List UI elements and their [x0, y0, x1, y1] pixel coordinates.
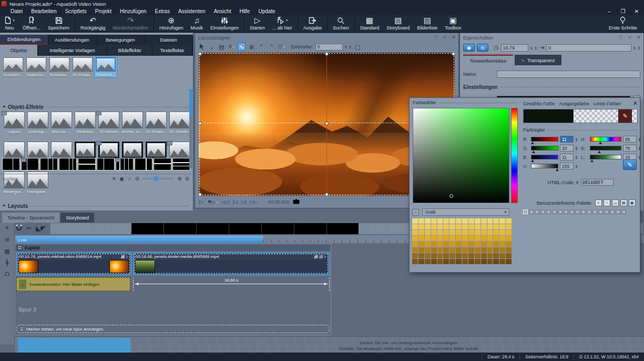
custom-palette-slot[interactable]: [575, 209, 580, 214]
layout-thumbnail[interactable]: −: [21, 158, 39, 171]
palette-swatch[interactable]: [425, 218, 431, 224]
custom-palette-slot[interactable]: [587, 209, 591, 214]
palette-swatch[interactable]: [456, 236, 462, 241]
palette-swatch[interactable]: [462, 253, 468, 258]
type-tab-objekte[interactable]: Objekte: [0, 45, 38, 56]
palette-swatch[interactable]: [487, 242, 493, 247]
type-tab-texteffekte[interactable]: Texteffekte: [152, 45, 192, 56]
palette-swatch[interactable]: [506, 218, 512, 224]
slider-value-b[interactable]: 11: [560, 154, 574, 161]
scissors-icon[interactable]: ✂: [26, 225, 32, 232]
play-from-here-button[interactable]: ▾ ... ab hier: [269, 15, 296, 32]
palette-swatch[interactable]: [506, 242, 512, 247]
custom-palette-slot[interactable]: [558, 209, 563, 214]
music-button[interactable]: ♫ Musik: [187, 15, 207, 32]
palette-swatch[interactable]: [506, 247, 512, 253]
collapse-minus-icon[interactable]: −: [96, 111, 101, 115]
object-item[interactable]: Tonwertk...: [95, 57, 117, 77]
palette-swatch[interactable]: [418, 236, 424, 241]
palette-swatch[interactable]: [499, 230, 505, 235]
palette-swatch[interactable]: [449, 242, 455, 247]
undo-button[interactable]: ↶ Rückgängig: [77, 15, 109, 32]
close-icon[interactable]: ✕: [633, 8, 640, 14]
palette-swatch[interactable]: [449, 218, 455, 224]
palette-swatch[interactable]: [481, 236, 487, 241]
duration-input[interactable]: [501, 44, 528, 52]
palette-swatch[interactable]: [418, 242, 424, 247]
palette-swatch[interactable]: [475, 247, 481, 253]
palette-swatch[interactable]: [456, 253, 462, 258]
previous-frame-icon[interactable]: |◁: [233, 199, 238, 205]
palette-swatch[interactable]: [412, 230, 418, 235]
thumbnail-size-slider[interactable]: [142, 178, 174, 179]
palette-swatch[interactable]: [418, 259, 424, 264]
resize-handle[interactable]: [199, 122, 202, 125]
slider-thumb[interactable]: [531, 142, 534, 144]
timeline-clip-2[interactable]: 00:18.66, pexels-kindel-media-8995969.mp…: [133, 252, 330, 275]
magnet-icon[interactable]: [16, 224, 22, 233]
menu-item-update[interactable]: Update: [254, 8, 279, 14]
palette-swatch[interactable]: [437, 218, 443, 224]
slider-track-g[interactable]: [531, 146, 558, 151]
palette-swatch[interactable]: [425, 224, 431, 229]
maximize-icon[interactable]: □: [619, 35, 622, 41]
slider-value-s[interactable]: 76: [623, 145, 637, 152]
palette-swatch[interactable]: [412, 224, 418, 229]
next-frame-icon[interactable]: ▷|: [241, 199, 246, 205]
palette-swatch[interactable]: [481, 253, 487, 258]
palette-swatch[interactable]: [468, 247, 474, 253]
palette-swatch[interactable]: [487, 224, 493, 229]
collapse-minus-icon[interactable]: −: [116, 158, 121, 162]
custom-palette-slot[interactable]: [616, 209, 620, 214]
palette-dropdown[interactable]: Gold▾: [422, 208, 509, 216]
palette-swatch[interactable]: [475, 236, 481, 241]
split-clip-icon[interactable]: ◣◤: [36, 225, 45, 232]
play-icon[interactable]: ▷: [199, 198, 203, 205]
edit-color-icon[interactable]: ✎: [623, 159, 637, 170]
maximize-icon[interactable]: □: [434, 35, 437, 41]
custom-palette-slot[interactable]: [540, 209, 545, 214]
name-input[interactable]: [497, 71, 640, 78]
palette-swatch[interactable]: [443, 224, 449, 229]
grid-icon[interactable]: #▾: [228, 43, 236, 51]
object-item[interactable]: Texturkac...: [48, 57, 70, 77]
effects-section-header[interactable]: Objekt-Effekte: [3, 104, 189, 110]
slider-spinner[interactable]: ▲▼: [638, 146, 642, 151]
slider-track-h[interactable]: [590, 137, 621, 142]
palette-swatch[interactable]: [443, 236, 449, 241]
palette-swatch[interactable]: [412, 247, 418, 253]
zeitmarke-input[interactable]: [315, 44, 343, 51]
slider-thumb[interactable]: [599, 142, 602, 144]
palette-swatch[interactable]: [443, 247, 449, 253]
new-button[interactable]: ▾ Neu: [0, 15, 19, 32]
palette-swatch[interactable]: [449, 230, 455, 235]
palette-swatch[interactable]: [431, 253, 437, 258]
custom-palette-slot[interactable]: [523, 209, 528, 214]
palette-swatch[interactable]: [499, 236, 505, 241]
offset-spinner[interactable]: ▲▼: [638, 46, 640, 50]
export-button[interactable]: Ausgabe: [300, 15, 326, 32]
add-object-icon[interactable]: ⊞: [5, 236, 9, 243]
save-palette-icon[interactable]: ▤: [620, 199, 627, 206]
image-list-button[interactable]: ▤ Bilderliste: [413, 15, 441, 32]
layout-thumbnail[interactable]: [135, 158, 152, 171]
standard-view-button[interactable]: ▦ Standard: [356, 15, 383, 32]
category-tab-ausblendungen[interactable]: Ausblendungen: [48, 35, 97, 45]
play-button[interactable]: ▷ Starten: [246, 15, 269, 32]
resize-handle[interactable]: [452, 53, 455, 56]
search-button[interactable]: Suchen: [329, 15, 353, 32]
align-icon[interactable]: ╋: [5, 259, 9, 266]
ruler-range-bar[interactable]: 1 min: [16, 236, 263, 243]
category-tab-bewegungen[interactable]: Bewegungen: [97, 35, 145, 45]
effect-item[interactable]: Bild-vor-...: [49, 112, 73, 142]
chevron-down-icon[interactable]: ⌄: [208, 43, 216, 51]
menu-item-datei[interactable]: Datei: [6, 8, 27, 14]
palette-swatch[interactable]: [487, 218, 493, 224]
custom-palette-slot[interactable]: [598, 209, 603, 214]
palette-swatch[interactable]: [506, 236, 512, 241]
palette-swatch[interactable]: [425, 259, 431, 264]
slider-spinner[interactable]: ▲▼: [575, 164, 579, 168]
saturation-value-field[interactable]: [413, 108, 509, 203]
collapse-minus-icon[interactable]: −: [96, 141, 101, 145]
palette-swatch[interactable]: [431, 230, 437, 235]
